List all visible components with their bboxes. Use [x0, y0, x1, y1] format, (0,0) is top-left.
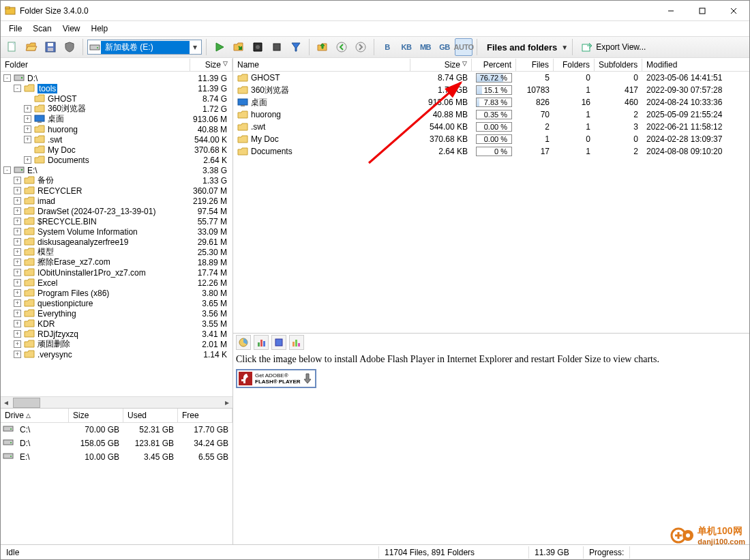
chart-something-button[interactable]	[271, 335, 286, 350]
chart-pane: Click the image below to install Adobe F…	[233, 333, 749, 544]
tree-item[interactable]: My Doc370.68 K	[1, 145, 232, 155]
stop-button[interactable]	[268, 38, 286, 56]
folder-icon	[24, 340, 35, 349]
col-modified[interactable]: Modified	[642, 59, 749, 71]
folder-icon	[24, 186, 35, 196]
folder-icon	[24, 329, 35, 339]
tree-item[interactable]: +RECYCLER360.07 M	[1, 186, 232, 196]
tree-item[interactable]: +imad219.26 M	[1, 196, 232, 206]
tree-item[interactable]: -tools11.39 G	[1, 83, 232, 93]
col-size[interactable]: Size▽	[190, 59, 232, 71]
tree-item[interactable]: +$RECYCLE.BIN55.77 M	[1, 216, 232, 226]
tree-item[interactable]: +.verysync1.14 K	[1, 349, 232, 359]
tree-item[interactable]: +diskusageanalyzerfree1929.61 M	[1, 237, 232, 247]
maximize-button[interactable]	[687, 1, 718, 21]
drive-row[interactable]: E:\10.00 GB3.45 GB6.55 GB	[1, 450, 232, 464]
svg-rect-9	[48, 48, 53, 51]
menu-file[interactable]: File	[3, 23, 27, 35]
unit-mb-button[interactable]: MB	[417, 38, 434, 56]
file-list[interactable]: Name Size▽ Percent Files Folders Subfold…	[233, 58, 749, 333]
tree-item[interactable]: +IObitUninstaller1Pro_xz7.com17.74 M	[1, 267, 232, 278]
tree-item[interactable]: +擦除Erase_xz7.com18.89 M	[1, 257, 232, 267]
export-label: Export View...	[596, 42, 646, 52]
tree-item[interactable]: +questionpicture3.65 M	[1, 298, 232, 308]
col-lsize[interactable]: Size▽	[410, 59, 472, 71]
tree-item[interactable]: -D:\11.39 G	[1, 73, 232, 83]
list-row[interactable]: 360浏览器1.72 GB15.1 %1078314172022-09-30 0…	[233, 84, 749, 96]
tree-item[interactable]: +Everything3.56 M	[1, 308, 232, 319]
up-button[interactable]	[314, 38, 331, 56]
tree-item[interactable]: +桌面913.06 M	[1, 114, 232, 124]
list-row[interactable]: Documents2.64 KB0 %17122024-08-08 09:10:…	[233, 145, 749, 158]
col-name[interactable]: Name	[233, 59, 410, 71]
chart-other-button[interactable]	[289, 335, 304, 350]
unit-auto-button[interactable]: AUTO	[455, 38, 472, 56]
unit-kb-button[interactable]: KB	[397, 38, 415, 56]
folder-tree[interactable]: -D:\11.39 G-tools11.39 GGHOST8.74 G+360浏…	[1, 72, 232, 396]
col-percent[interactable]: Percent	[472, 59, 516, 71]
scan-folder-button[interactable]	[230, 38, 247, 56]
tree-item[interactable]: +顽固删除2.01 M	[1, 339, 232, 349]
chart-bar-button[interactable]	[254, 335, 269, 350]
back-button[interactable]	[333, 38, 350, 56]
col-folders[interactable]: Folders	[554, 59, 595, 71]
filter-dropdown-icon[interactable]: ▼	[561, 44, 568, 51]
drive-row[interactable]: D:\158.05 GB123.81 GB34.24 GB	[1, 437, 232, 450]
svg-point-18	[21, 76, 22, 78]
tree-item[interactable]: GHOST8.74 G	[1, 93, 232, 104]
unit-gb-button[interactable]: GB	[436, 38, 453, 56]
filter-button[interactable]	[287, 38, 305, 56]
list-row[interactable]: huorong40.88 MB0.35 %70122025-05-09 21:5…	[233, 108, 749, 121]
folder-icon	[34, 145, 45, 155]
tree-item[interactable]: +Documents2.64 K	[1, 155, 232, 165]
list-row[interactable]: GHOST8.74 GB76.72 %5002023-05-06 14:41:5…	[233, 72, 749, 84]
menu-help[interactable]: Help	[86, 23, 114, 35]
flash-install-button[interactable]: Get ADOBE® FLASH® PLAYER	[236, 369, 316, 388]
tree-item[interactable]: +Program Files (x86)3.80 M	[1, 288, 232, 298]
drive-row[interactable]: C:\70.00 GB52.31 GB17.70 GB	[1, 423, 232, 437]
tree-item[interactable]: +Excel12.26 M	[1, 278, 232, 288]
folder-icon	[24, 237, 35, 247]
col-used[interactable]: Used	[123, 409, 178, 422]
drive-dropdown[interactable]: 新加载卷 (E:) ▾	[87, 40, 202, 55]
folder-icon	[24, 268, 35, 278]
open-button[interactable]	[22, 38, 40, 56]
col-files[interactable]: Files	[516, 59, 554, 71]
desktop-icon	[34, 115, 45, 124]
tree-item[interactable]: +.swt544.00 K	[1, 134, 232, 145]
shield-button[interactable]	[61, 38, 78, 56]
menu-view[interactable]: View	[57, 23, 86, 35]
list-row[interactable]: 桌面913.06 MB7.83 %826164602024-08-24 10:3…	[233, 96, 749, 108]
col-free[interactable]: Free	[178, 409, 232, 422]
minimize-button[interactable]	[655, 1, 687, 21]
tree-h-scrollbar[interactable]: ◂▸	[1, 396, 232, 408]
tree-item[interactable]: -E:\3.38 G	[1, 165, 232, 175]
col-folder[interactable]: Folder	[1, 59, 190, 71]
tree-item[interactable]: +System Volume Information33.09 M	[1, 226, 232, 237]
tree-item[interactable]: +备份1.33 G	[1, 175, 232, 186]
tree-item[interactable]: +模型25.30 M	[1, 247, 232, 257]
menu-scan[interactable]: Scan	[27, 23, 57, 35]
scan-drive-button[interactable]	[249, 38, 267, 56]
chart-pie-button[interactable]	[236, 335, 251, 350]
svg-rect-37	[295, 340, 297, 347]
filter-label[interactable]: Files and folders	[481, 42, 560, 53]
close-button[interactable]	[718, 1, 749, 21]
export-button[interactable]: Export View...	[577, 41, 650, 53]
unit-b-button[interactable]: B	[378, 38, 396, 56]
col-dsize[interactable]: Size	[69, 409, 123, 422]
tree-item[interactable]: +360浏览器1.72 G	[1, 104, 232, 114]
col-subfolders[interactable]: Subfolders	[595, 59, 642, 71]
tree-item[interactable]: +huorong40.88 M	[1, 124, 232, 134]
folder-icon	[24, 176, 35, 186]
list-row[interactable]: My Doc370.68 KB0.00 %1002024-02-28 13:09…	[233, 133, 749, 145]
list-row[interactable]: .swt544.00 KB0.00 %2132022-06-21 11:58:1…	[233, 121, 749, 133]
play-button[interactable]	[211, 38, 228, 56]
forward-button[interactable]	[352, 38, 370, 56]
tree-item[interactable]: +RDJjfzyxzq3.41 M	[1, 329, 232, 339]
save-button[interactable]	[42, 38, 59, 56]
tree-item[interactable]: +DrawSet (2024-07-23_13-39-01)97.54 M	[1, 206, 232, 216]
tree-item[interactable]: +KDR3.55 M	[1, 319, 232, 329]
col-drive[interactable]: Drive△	[1, 409, 69, 422]
new-button[interactable]	[3, 38, 21, 56]
